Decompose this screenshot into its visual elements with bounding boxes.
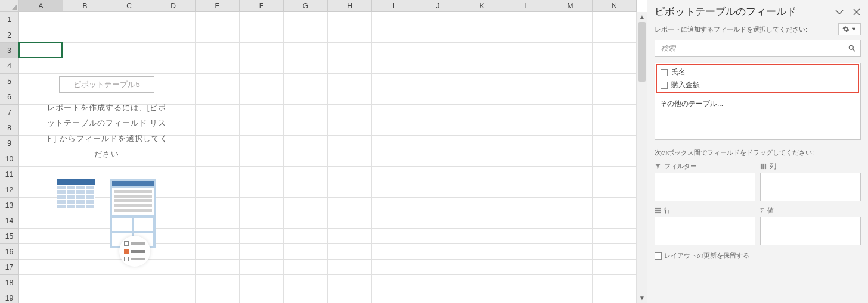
cell[interactable] [372, 213, 416, 229]
column-header[interactable]: B [63, 0, 107, 12]
cell[interactable] [548, 275, 593, 290]
cell[interactable] [107, 58, 151, 74]
column-header[interactable]: E [196, 0, 240, 12]
cell[interactable] [63, 167, 107, 182]
cell[interactable] [593, 58, 637, 74]
cell[interactable] [372, 12, 416, 27]
cell[interactable] [416, 182, 460, 198]
cell[interactable] [593, 244, 637, 260]
cell[interactable] [548, 105, 593, 120]
cell[interactable] [284, 182, 328, 198]
cell[interactable] [196, 244, 240, 260]
values-drop-area[interactable] [760, 217, 861, 245]
collapse-pane-icon[interactable] [835, 7, 844, 17]
cell[interactable] [284, 120, 328, 136]
cell[interactable] [593, 229, 637, 244]
cell[interactable] [504, 89, 548, 105]
cell[interactable] [328, 120, 372, 136]
row-header[interactable]: 13 [0, 198, 19, 213]
cell[interactable] [504, 290, 548, 303]
cell[interactable] [284, 43, 328, 58]
cell[interactable] [548, 182, 593, 198]
cell[interactable] [328, 198, 372, 213]
cell[interactable] [151, 74, 196, 89]
cell[interactable] [63, 89, 107, 105]
column-header[interactable]: N [593, 0, 637, 12]
cell[interactable] [460, 182, 504, 198]
cell[interactable] [151, 260, 196, 275]
cell[interactable] [593, 167, 637, 182]
cell[interactable] [240, 43, 284, 58]
cell[interactable] [284, 105, 328, 120]
close-pane-icon[interactable] [852, 8, 861, 16]
cell[interactable] [328, 244, 372, 260]
cell[interactable] [504, 229, 548, 244]
cell[interactable] [151, 12, 196, 27]
cell[interactable] [107, 198, 151, 213]
column-header[interactable]: G [284, 0, 328, 12]
cell[interactable] [372, 27, 416, 43]
cell[interactable] [284, 244, 328, 260]
row-header[interactable]: 7 [0, 105, 19, 120]
cell[interactable] [593, 89, 637, 105]
cell[interactable] [19, 213, 63, 229]
cell[interactable] [416, 167, 460, 182]
row-header[interactable]: 11 [0, 167, 19, 182]
cell[interactable] [240, 12, 284, 27]
cell[interactable] [328, 151, 372, 167]
cell[interactable] [372, 43, 416, 58]
cell[interactable] [504, 198, 548, 213]
cell[interactable] [416, 290, 460, 303]
row-header[interactable]: 12 [0, 182, 19, 198]
cell[interactable] [151, 213, 196, 229]
cell[interactable] [63, 229, 107, 244]
cell[interactable] [151, 27, 196, 43]
cell[interactable] [240, 151, 284, 167]
cell[interactable] [460, 136, 504, 151]
cell[interactable] [593, 260, 637, 275]
cell[interactable] [63, 290, 107, 303]
cell[interactable] [416, 260, 460, 275]
cell[interactable] [593, 120, 637, 136]
cell[interactable] [548, 136, 593, 151]
cell[interactable] [19, 27, 63, 43]
cell[interactable] [328, 43, 372, 58]
cell[interactable] [284, 12, 328, 27]
cell[interactable] [416, 43, 460, 58]
cell[interactable] [151, 89, 196, 105]
cell[interactable] [240, 260, 284, 275]
cell[interactable] [593, 182, 637, 198]
cell[interactable] [548, 198, 593, 213]
cell[interactable] [240, 167, 284, 182]
cell[interactable] [19, 198, 63, 213]
cell[interactable] [107, 27, 151, 43]
cell[interactable] [548, 290, 593, 303]
scroll-thumb[interactable] [638, 22, 646, 82]
row-header[interactable]: 18 [0, 275, 19, 290]
cell[interactable] [548, 89, 593, 105]
column-header[interactable]: C [107, 0, 151, 12]
cell[interactable] [416, 136, 460, 151]
cell-grid[interactable]: ピボットテーブル5 レポートを作成するには、[ピボットテーブルのフィールド リス… [19, 12, 637, 303]
cell[interactable] [372, 136, 416, 151]
cell[interactable] [460, 89, 504, 105]
row-header[interactable]: 16 [0, 244, 19, 260]
cell[interactable] [63, 58, 107, 74]
cell[interactable] [240, 120, 284, 136]
defer-layout-checkbox[interactable] [655, 252, 662, 260]
cell[interactable] [593, 275, 637, 290]
cell[interactable] [548, 58, 593, 74]
cell[interactable] [63, 120, 107, 136]
filter-drop-area[interactable] [655, 173, 755, 201]
row-header[interactable]: 10 [0, 151, 19, 167]
cell[interactable] [196, 120, 240, 136]
cell[interactable] [460, 12, 504, 27]
row-header[interactable]: 3 [0, 43, 19, 58]
cell[interactable] [196, 105, 240, 120]
cell[interactable] [504, 182, 548, 198]
cell[interactable] [372, 229, 416, 244]
cell[interactable] [240, 290, 284, 303]
cell[interactable] [328, 182, 372, 198]
cell[interactable] [19, 89, 63, 105]
cell[interactable] [63, 182, 107, 198]
